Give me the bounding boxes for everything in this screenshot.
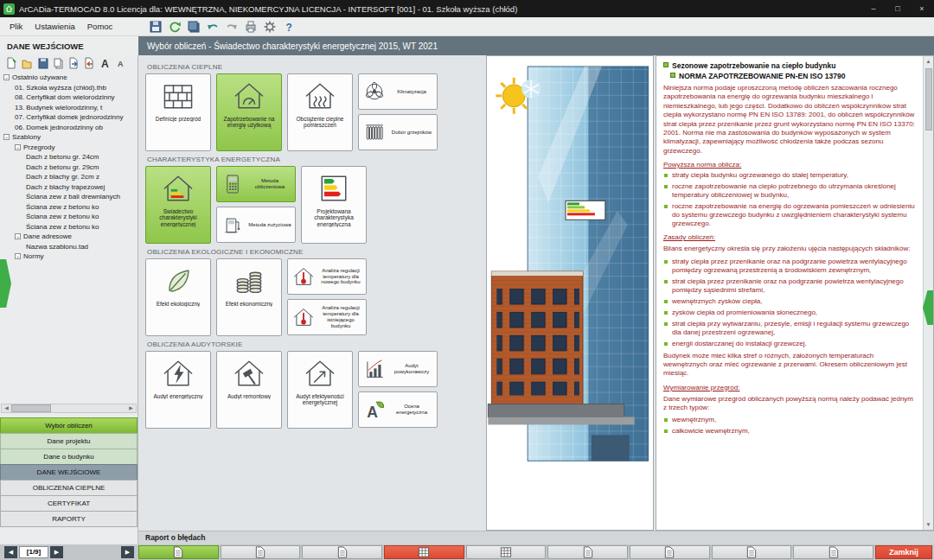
tile-dobor-grzejnikow[interactable]: Dobór grzejników [358,114,438,150]
expander-icon[interactable]: - [15,253,21,259]
scroll-right-icon[interactable]: ▶ [126,404,136,413]
tile-efekt-ekologiczny[interactable]: Efekt ekologiczny [145,258,211,336]
tree-item-sciana-zew-z-betonu-ko[interactable]: Ściana zew z betonu ko [0,212,138,222]
tile-audyt-efektywnosci-energetycznej[interactable]: Audyt efektywności energetycznej [287,351,353,429]
tile-swiadectwo-charakterystyki-energetycznej[interactable]: Świadectwo charakterystyki energetycznej [145,166,211,244]
bottom-button-4[interactable] [384,545,464,559]
tree-item-przegrody[interactable]: -Przegrody [0,143,138,153]
tree-item-06-domek-jednorodzinny-ob[interactable]: 06. Domek jednorodzinny ob [0,123,138,133]
tree-item-13-budynek-wielorodzinny-t[interactable]: 13. Budynek wielorodzinny, t [0,103,138,113]
sidebar-doc-import-button[interactable] [83,57,96,70]
scroll-thumb[interactable] [11,404,51,412]
tile-metoda-zuzyciowa[interactable]: Metoda zużyciowa [216,207,296,243]
tile-audyt-energetyczny[interactable]: Audyt energetyczny [145,351,211,429]
sidebar-doc-new-button[interactable] [5,57,18,70]
tree-item-szablony[interactable]: -Szablony [0,132,138,143]
tile-klimatyzacja[interactable]: Klimatyzacja [358,73,438,110]
expander-icon[interactable]: - [3,134,10,140]
pager-label: [1/9] [19,546,48,558]
bottom-button-9[interactable] [793,545,873,559]
tree-item-08-certyfikat-dom-wielorodzinny[interactable]: 08. Certyfikat dom wielorodzinny [0,92,138,103]
nav-raporty[interactable]: RAPORTY [0,511,138,527]
scroll-down-icon[interactable]: ▼ [924,519,934,530]
nav-dane-o-budynku[interactable]: Dane o budynku [0,449,138,465]
scroll-left-icon[interactable]: ◀ [2,404,11,413]
nav-dane-wejsciowe[interactable]: DANE WEJŚCIOWE [0,464,138,480]
tile-audyt-remontowy[interactable]: Audyt remontowy [216,351,282,429]
menu-item-pomoc[interactable]: Pomoc [81,19,119,34]
scroll-track[interactable] [11,404,126,412]
bottom-button-8[interactable] [712,545,792,559]
tile-projektowana-charakterystyka-energetyczna[interactable]: Projektowana charakterystyka energetyczn… [301,166,367,244]
sidebar-doc-export-button[interactable] [67,57,80,70]
tile-obciazenie-cieplne-pomieszczen[interactable]: Obciążenie cieplne pomieszczeń [287,73,353,151]
tree-horizontal-scrollbar[interactable]: ◀ ▶ [1,404,137,413]
toolbar-help-button[interactable]: ? [280,19,297,35]
scroll-up-icon[interactable]: ▲ [924,56,934,67]
pager-next-button[interactable]: ▶ [50,546,63,558]
toolbar-print-button[interactable] [242,19,259,35]
bottom-button-7[interactable] [630,545,710,559]
tree-item-sciana-zew-z-betonu-ko[interactable]: Ściana zew z betonu ko [0,222,138,232]
expander-icon[interactable]: - [15,233,21,239]
tile-stack: KlimatyzacjaDobór grzejników [358,73,438,150]
tree-item-nazwa-szablonu-tad[interactable]: Nazwa szablonu.tad [0,242,138,252]
tree-item-01-szkola-wyzsza-chlod-thb[interactable]: 01. Szkoła wyższa (chłód).thb [0,83,138,93]
close-window-button[interactable]: × [910,0,934,17]
expander-icon[interactable]: - [3,74,10,80]
sidebar-doc-save-button[interactable] [36,57,49,70]
tree-item-dach-z-betonu-gr-29cm[interactable]: Dach z betonu gr. 29cm [0,162,138,173]
toolbar-save-all-button[interactable] [185,19,202,35]
nav-obliczenia-cieplne[interactable]: OBLICZENIA CIEPLNE [0,480,138,496]
tree-item-dane-adresowe[interactable]: -Dane adresowe [0,232,138,242]
close-dialog-button[interactable]: Zamknij [875,545,932,559]
tile-analiza-regulacji-temperatury-dla-istnieja[interactable]: Analiza regulacji temperatury dla istnie… [287,299,367,335]
sidebar-font-small-button[interactable]: A [114,57,127,70]
tree-item-ostatnio-uzywane[interactable]: -Ostatnio używane [0,73,138,83]
tree-item-dach-z-betonu-gr-24cm[interactable]: Dach z betonu gr. 24cm [0,152,138,162]
tile-definicje-przegrod[interactable]: Definicje przegród [145,73,211,151]
tree-item-07-certyfikat-domek-jednorodzinny[interactable]: 07. Certyfikat domek jednorodzinny [0,112,138,123]
expander-icon[interactable]: - [15,144,21,150]
bottom-button-6[interactable] [547,545,628,559]
pager-last-button[interactable]: ▶ [121,546,134,558]
menu-item-plik[interactable]: Plik [3,19,29,34]
tree-item-sciana-zew-z-bali-drewnianych[interactable]: Ściana zew z bali drewnianych [0,192,138,202]
menu-item-ustawienia[interactable]: Ustawienia [29,19,80,34]
toolbar-settings-button[interactable] [261,19,278,35]
green-square-icon [670,73,675,78]
tile-icon-wrap [291,304,317,330]
tile-metoda-obliczeniowa[interactable]: Metoda obliczeniowa [216,166,296,202]
bottom-button-1[interactable] [138,545,219,559]
pager-prev-button[interactable]: ◀ [4,546,17,558]
scroll-thumb[interactable] [925,68,932,130]
tree-item-label: Ściana zew z betonu ko [26,203,99,211]
tile-analiza-regulacji-temperatury-dla-nowego-b[interactable]: Analiza regulacji temperatury dla nowego… [287,258,367,295]
nav-certyfikat[interactable]: CERTYFIKAT [0,495,138,512]
nav-dane-projektu[interactable]: Dane projektu [0,433,138,449]
toolbar-save-button[interactable] [147,19,164,35]
tile-zapotrzebowanie-na-energie-uzytkowa[interactable]: Zapotrzebowanie na energię użytkową [216,73,282,151]
maximize-button[interactable]: □ [886,0,910,17]
sidebar-doc-open-button[interactable] [21,57,34,70]
tile-audyt-powykonawczy[interactable]: Audyt powykonawczy [358,351,438,387]
sidebar-font-large-button[interactable]: A [99,57,112,70]
tree-item-normy[interactable]: -Normy [0,251,138,262]
sidebar-doc-copy-button[interactable] [52,57,65,70]
toolbar-undo-button[interactable] [204,19,221,35]
toolbar-refresh-button[interactable] [166,19,183,35]
bottom-button-5[interactable] [466,545,547,559]
toolbar-redo-button[interactable] [223,19,240,35]
tree-item-sciana-zew-z-betonu-ko[interactable]: Ściana zew z betonu ko [0,202,138,213]
minimize-button[interactable]: – [861,0,886,17]
building-base [488,404,634,425]
tile-ocena-energetyczna[interactable]: AOcena energetyczna [358,391,438,428]
bottom-button-2[interactable] [221,545,301,559]
doc-icon [582,546,594,558]
bottom-button-3[interactable] [302,545,382,559]
tree-item-dach-z-blachy-trapezowej[interactable]: Dach z blachy trapezowej [0,182,138,193]
tile-efekt-ekonomiczny[interactable]: Efekt ekonomiczny [216,258,282,336]
error-report-bar[interactable]: Raport o błędach [138,531,934,544]
tree-item-dach-z-blachy-gr-2cm-z[interactable]: Dach z blachy gr. 2cm z [0,172,138,182]
nav-wybor-obliczen[interactable]: Wybór obliczeń [0,417,138,434]
